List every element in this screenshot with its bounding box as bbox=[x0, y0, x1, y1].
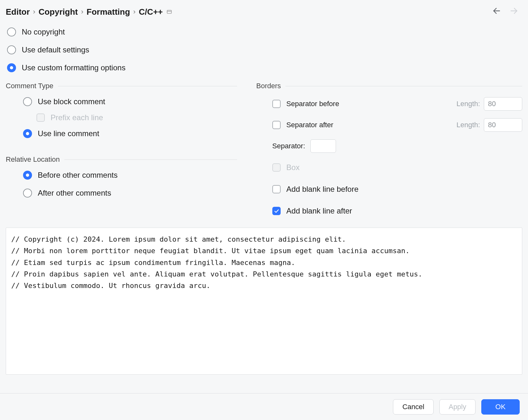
chevron-right-icon: › bbox=[133, 8, 135, 16]
checkbox-label: Add blank line after bbox=[286, 206, 352, 215]
radio-use-default[interactable]: Use default settings bbox=[6, 41, 522, 59]
separator-label: Separator: bbox=[272, 142, 305, 150]
checkbox-icon bbox=[272, 163, 281, 172]
checkbox-icon bbox=[272, 185, 281, 193]
checkbox-label: Add blank line before bbox=[286, 185, 359, 194]
radio-before-other-comments[interactable]: Before other comments bbox=[22, 166, 237, 184]
radio-icon bbox=[23, 189, 32, 198]
section-borders: Borders Separator before Length: bbox=[256, 77, 522, 218]
chevron-right-icon: › bbox=[81, 8, 83, 16]
forward-arrow-icon bbox=[509, 6, 518, 17]
radio-label: Use default settings bbox=[22, 45, 89, 54]
cancel-button[interactable]: Cancel bbox=[393, 399, 433, 415]
radio-icon bbox=[23, 129, 32, 138]
collapse-icon[interactable] bbox=[166, 9, 172, 15]
radio-label: After other comments bbox=[38, 189, 111, 198]
separator-before-length-input[interactable] bbox=[484, 97, 522, 111]
radio-label: Before other comments bbox=[38, 171, 117, 180]
radio-label: Use custom formatting options bbox=[22, 63, 125, 72]
check-separator-before[interactable]: Separator before Length: bbox=[272, 97, 522, 111]
section-relative-location: Relative Location Before other comments … bbox=[6, 143, 237, 202]
checkbox-icon bbox=[272, 121, 281, 129]
separator-after-length-input[interactable] bbox=[484, 118, 522, 132]
breadcrumb-item[interactable]: Copyright bbox=[38, 7, 78, 17]
radio-no-copyright[interactable]: No copyright bbox=[6, 23, 522, 41]
radio-use-custom[interactable]: Use custom formatting options bbox=[6, 59, 522, 77]
section-title: Relative Location bbox=[6, 155, 60, 164]
check-prefix-each-line: Prefix each line bbox=[22, 111, 237, 125]
back-arrow-icon[interactable] bbox=[492, 6, 501, 17]
checkbox-icon bbox=[36, 113, 45, 122]
check-blank-line-before[interactable]: Add blank line before bbox=[272, 182, 522, 196]
checkbox-icon bbox=[272, 207, 281, 215]
radio-label: Use line comment bbox=[38, 129, 99, 138]
section-comment-type: Comment Type Use block comment Prefix ea… bbox=[6, 77, 237, 143]
header: Editor › Copyright › Formatting › C/C++ bbox=[6, 6, 522, 23]
breadcrumb-item[interactable]: Formatting bbox=[87, 7, 130, 17]
chevron-right-icon: › bbox=[33, 8, 35, 16]
footer: Cancel Apply OK bbox=[0, 393, 528, 420]
radio-icon bbox=[7, 45, 16, 54]
apply-button: Apply bbox=[439, 399, 476, 415]
svg-rect-0 bbox=[167, 10, 171, 13]
separator-char-row: Separator: bbox=[272, 139, 522, 153]
breadcrumb-item[interactable]: Editor bbox=[6, 7, 30, 17]
radio-icon bbox=[23, 97, 32, 106]
radio-after-other-comments[interactable]: After other comments bbox=[22, 184, 237, 202]
preview-pane: // Copyright (c) 2024. Lorem ipsum dolor… bbox=[6, 228, 522, 375]
radio-label: Use block comment bbox=[38, 97, 105, 106]
radio-icon bbox=[7, 63, 16, 72]
length-label: Length: bbox=[457, 121, 480, 129]
ok-button[interactable]: OK bbox=[481, 399, 520, 415]
divider bbox=[64, 159, 237, 160]
breadcrumb-item[interactable]: C/C++ bbox=[139, 7, 163, 17]
separator-char-input[interactable] bbox=[310, 139, 336, 153]
divider bbox=[58, 86, 237, 86]
radio-line-comment[interactable]: Use line comment bbox=[22, 125, 237, 143]
check-box: Box bbox=[272, 160, 522, 175]
divider bbox=[285, 86, 522, 86]
check-separator-after[interactable]: Separator after Length: bbox=[272, 118, 522, 132]
radio-block-comment[interactable]: Use block comment bbox=[22, 93, 237, 111]
radio-icon bbox=[23, 171, 32, 180]
checkbox-label: Separator before bbox=[286, 100, 339, 108]
checkbox-label: Box bbox=[286, 163, 300, 172]
radio-label: No copyright bbox=[22, 27, 65, 36]
check-blank-line-after[interactable]: Add blank line after bbox=[272, 204, 522, 218]
length-label: Length: bbox=[457, 100, 480, 108]
checkbox-label: Separator after bbox=[286, 121, 333, 129]
radio-icon bbox=[7, 27, 16, 36]
section-title: Borders bbox=[256, 82, 281, 90]
section-title: Comment Type bbox=[6, 82, 53, 90]
checkbox-icon bbox=[272, 100, 281, 108]
breadcrumb: Editor › Copyright › Formatting › C/C++ bbox=[6, 7, 172, 17]
checkbox-label: Prefix each line bbox=[51, 113, 103, 122]
nav-arrows bbox=[492, 6, 522, 17]
